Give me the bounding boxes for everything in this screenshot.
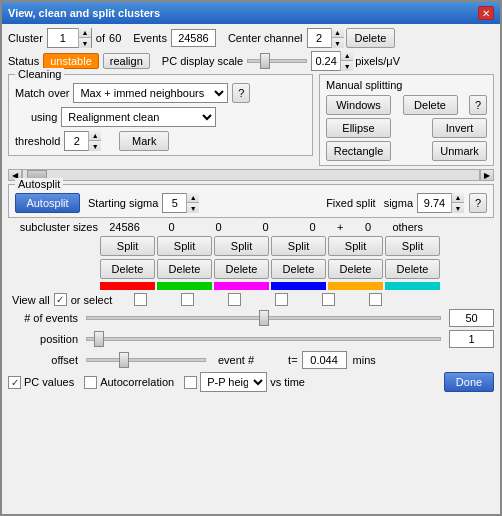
view-all-row: View all or select <box>8 293 494 306</box>
rectangle-button[interactable]: Rectangle <box>326 141 391 161</box>
color-bar-0 <box>100 282 155 290</box>
cluster-spinner[interactable]: ▲ ▼ <box>47 28 92 48</box>
sigma-down[interactable]: ▼ <box>452 203 464 213</box>
starting-sigma-value[interactable] <box>163 194 186 212</box>
select-cb-0[interactable] <box>134 293 147 306</box>
del-btn-5[interactable]: Delete <box>385 259 440 279</box>
pp-height-checkbox[interactable] <box>184 376 197 389</box>
center-up[interactable]: ▲ <box>332 28 344 38</box>
threshold-up[interactable]: ▲ <box>89 131 101 141</box>
match-select[interactable]: Max + immed neighbours <box>73 83 228 103</box>
middle-area: Cleaning Match over Max + immed neighbou… <box>8 74 494 166</box>
pc-scale-spinner[interactable]: ▲ ▼ <box>311 51 351 71</box>
ms-delete-button[interactable]: Delete <box>403 95 458 115</box>
unmark-button[interactable]: Unmark <box>432 141 487 161</box>
threshold-down[interactable]: ▼ <box>89 141 101 151</box>
mark-button[interactable]: Mark <box>119 131 169 151</box>
autocorrelation-row: Autocorrelation <box>84 376 174 389</box>
split-btn-1[interactable]: Split <box>157 236 212 256</box>
threshold-spinner[interactable]: ▲ ▼ <box>64 131 99 151</box>
main-window: View, clean and split clusters ✕ Cluster… <box>0 0 502 516</box>
realign-button[interactable]: realign <box>103 53 150 69</box>
sigma-spinner[interactable]: ▲ ▼ <box>417 193 462 213</box>
pc-scale-slider[interactable] <box>247 59 307 63</box>
cluster-value[interactable] <box>48 29 78 47</box>
manual-splitting-section: Manual splitting Windows Delete ? Ellips… <box>319 74 494 166</box>
starting-sigma-spinner[interactable]: ▲ ▼ <box>162 193 197 213</box>
pp-height-select[interactable]: P-P height height <box>201 373 266 391</box>
close-button[interactable]: ✕ <box>478 6 494 20</box>
done-button[interactable]: Done <box>444 372 494 392</box>
split-btn-3[interactable]: Split <box>271 236 326 256</box>
cluster-down[interactable]: ▼ <box>79 38 91 48</box>
ellipse-button[interactable]: Ellipse <box>326 118 391 138</box>
pc-scale-value[interactable] <box>312 52 340 70</box>
match-label: Match over <box>15 87 69 99</box>
starting-sigma-up[interactable]: ▲ <box>187 193 199 203</box>
ms-help-button[interactable]: ? <box>469 95 487 115</box>
cluster-total: 60 <box>109 32 121 44</box>
sub-val-4: 0 <box>290 221 335 233</box>
del-btn-2[interactable]: Delete <box>214 259 269 279</box>
split-btn-2[interactable]: Split <box>214 236 269 256</box>
hscroll-track[interactable] <box>22 169 480 181</box>
invert-button[interactable]: Invert <box>432 118 487 138</box>
autosplit-help-button[interactable]: ? <box>469 193 487 213</box>
split-btn-0[interactable]: Split <box>100 236 155 256</box>
ms-title-row: Manual splitting <box>326 79 487 91</box>
threshold-value[interactable] <box>65 132 88 150</box>
cluster-delete-button[interactable]: Delete <box>346 28 396 48</box>
cleaning-help-button[interactable]: ? <box>232 83 250 103</box>
of-label: of <box>96 32 105 44</box>
pc-values-checkbox[interactable] <box>8 376 21 389</box>
sigma-value[interactable] <box>418 194 451 212</box>
view-all-checkbox[interactable] <box>54 293 67 306</box>
pc-scale-up[interactable]: ▲ <box>341 51 353 61</box>
sub-plus: + <box>337 221 343 233</box>
cluster-up[interactable]: ▲ <box>79 28 91 38</box>
autosplit-controls: Autosplit Starting sigma ▲ ▼ Fixed split… <box>15 193 487 213</box>
center-spinner[interactable]: ▲ ▼ <box>307 28 342 48</box>
select-cb-4[interactable] <box>322 293 335 306</box>
sub-val-6: 0 <box>345 221 390 233</box>
using-label: using <box>31 111 57 123</box>
sigma-up[interactable]: ▲ <box>452 193 464 203</box>
windows-button[interactable]: Windows <box>326 95 391 115</box>
events-slider-container <box>86 310 441 326</box>
offset-slider[interactable] <box>86 358 206 362</box>
delete-buttons-row: Delete Delete Delete Delete Delete Delet… <box>8 259 494 279</box>
threshold-row: threshold ▲ ▼ Mark <box>15 131 306 151</box>
hscroll-right[interactable]: ▶ <box>480 169 494 181</box>
select-cb-1[interactable] <box>181 293 194 306</box>
center-down[interactable]: ▼ <box>332 38 344 48</box>
select-cb-2[interactable] <box>228 293 241 306</box>
starting-sigma-down[interactable]: ▼ <box>187 203 199 213</box>
events-slider[interactable] <box>86 316 441 320</box>
autocorrelation-checkbox[interactable] <box>84 376 97 389</box>
events-slider-row: # of events 50 <box>8 309 494 327</box>
cluster-label: Cluster <box>8 32 43 44</box>
using-select[interactable]: Realignment clean <box>61 107 216 127</box>
split-btn-5[interactable]: Split <box>385 236 440 256</box>
view-all-label: View all <box>12 294 50 306</box>
events-slider-label: # of events <box>8 312 78 324</box>
autosplit-button[interactable]: Autosplit <box>15 193 80 213</box>
center-value[interactable] <box>308 29 331 47</box>
match-over-row: Match over Max + immed neighbours ? <box>15 83 306 103</box>
select-cb-3[interactable] <box>275 293 288 306</box>
fixed-split-label: Fixed split <box>326 197 376 209</box>
position-slider[interactable] <box>86 337 441 341</box>
pc-scale-down[interactable]: ▼ <box>341 61 353 71</box>
bottom-row: PC values Autocorrelation P-P height hei… <box>8 372 494 392</box>
split-btn-4[interactable]: Split <box>328 236 383 256</box>
ms-row2: Ellipse Invert <box>326 118 487 138</box>
del-btn-1[interactable]: Delete <box>157 259 212 279</box>
status-row: Status unstable realign PC display scale… <box>8 51 494 71</box>
select-cb-5[interactable] <box>369 293 382 306</box>
sigma-label: sigma <box>384 197 413 209</box>
color-bar-1 <box>157 282 212 290</box>
del-btn-0[interactable]: Delete <box>100 259 155 279</box>
del-btn-4[interactable]: Delete <box>328 259 383 279</box>
pc-values-label: PC values <box>24 376 74 388</box>
del-btn-3[interactable]: Delete <box>271 259 326 279</box>
